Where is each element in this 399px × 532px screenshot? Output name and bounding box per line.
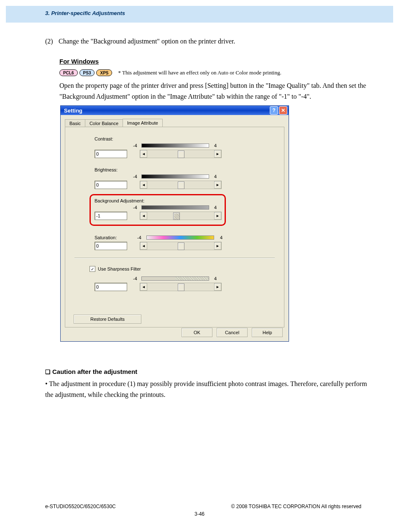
sharpness-checkbox[interactable]: ✓ bbox=[90, 266, 95, 272]
badge-ps3: PS3 bbox=[79, 69, 95, 76]
tab-image-attribute[interactable]: Image Attribute bbox=[123, 119, 163, 127]
sharpness-value-input[interactable]: 0 bbox=[95, 283, 127, 291]
tab-panel: Contrast: -4 4 0 ◄ ► Br bbox=[65, 127, 284, 327]
brightness-group: Brightness: -4 4 0 ◄ ► bbox=[95, 167, 253, 189]
scale-max: 4 bbox=[212, 174, 218, 179]
right-arrow-icon[interactable]: ► bbox=[214, 150, 221, 158]
saturation-label: Saturation: bbox=[95, 235, 132, 240]
footer-copyright: © 2008 TOSHIBA TEC CORPORATION All right… bbox=[231, 504, 361, 509]
brightness-value-input[interactable]: 0 bbox=[95, 181, 127, 189]
scale-min: -4 bbox=[132, 276, 138, 281]
setting-dialog: Setting ? ✕ Basic Color Balance Image At… bbox=[60, 105, 289, 342]
saturation-gradient-icon bbox=[146, 235, 214, 240]
ok-button[interactable]: OK bbox=[182, 328, 212, 337]
contrast-group: Contrast: -4 4 0 ◄ ► bbox=[95, 136, 253, 158]
scale-min: -4 bbox=[136, 235, 142, 240]
slider-thumb[interactable] bbox=[178, 182, 184, 189]
background-adjustment-group: Background Adjustment: -4 4 -1 ◄ ► bbox=[95, 198, 253, 220]
slider-thumb[interactable] bbox=[178, 151, 184, 158]
scale-max: 4 bbox=[218, 235, 224, 240]
left-arrow-icon[interactable]: ◄ bbox=[140, 150, 147, 158]
tab-strip: Basic Color Balance Image Attribute bbox=[61, 115, 289, 127]
brightness-label: Brightness: bbox=[95, 167, 253, 172]
square-bullet-icon: ❏ bbox=[45, 368, 51, 375]
saturation-group: Saturation: -4 4 0 ◄ ► bbox=[95, 235, 253, 250]
close-icon[interactable]: ✕ bbox=[279, 106, 287, 115]
badge-pcl6: PCL6 bbox=[59, 69, 78, 76]
background-gradient-icon bbox=[141, 205, 209, 210]
slider-thumb[interactable] bbox=[178, 284, 184, 291]
dialog-button-row: OK Cancel Help bbox=[182, 328, 283, 337]
contrast-value-input[interactable]: 0 bbox=[95, 150, 127, 158]
for-windows-heading: For Windows bbox=[59, 58, 99, 65]
sharpness-gradient-icon bbox=[141, 276, 209, 281]
dialog-title: Setting bbox=[64, 107, 269, 114]
scale-max: 4 bbox=[212, 205, 218, 210]
left-arrow-icon[interactable]: ◄ bbox=[140, 242, 147, 250]
background-slider[interactable]: ◄ ► bbox=[140, 212, 222, 220]
right-arrow-icon[interactable]: ► bbox=[214, 181, 221, 189]
step-2: (2) Change the "Background adjustment" o… bbox=[45, 36, 363, 47]
scale-max: 4 bbox=[212, 143, 218, 148]
caution-body: • The adjustment in procedure (1) may po… bbox=[45, 379, 367, 400]
divider bbox=[74, 258, 275, 258]
slider-thumb[interactable] bbox=[178, 243, 184, 250]
help-icon[interactable]: ? bbox=[270, 106, 278, 115]
contrast-label: Contrast: bbox=[95, 136, 253, 141]
step-text: Change the "Background adjustment" optio… bbox=[59, 38, 235, 45]
right-arrow-icon[interactable]: ► bbox=[214, 212, 221, 220]
scale-min: -4 bbox=[132, 143, 138, 148]
left-arrow-icon[interactable]: ◄ bbox=[140, 181, 147, 189]
left-arrow-icon[interactable]: ◄ bbox=[140, 212, 147, 220]
contrast-gradient-icon bbox=[141, 143, 209, 148]
right-arrow-icon[interactable]: ► bbox=[214, 283, 221, 291]
footer-model: e-STUDIO5520C/6520C/6530C bbox=[45, 504, 116, 509]
background-value-input[interactable]: -1 bbox=[95, 212, 127, 220]
badge-note: * This adjustment will have an effect on… bbox=[118, 69, 281, 76]
right-arrow-icon[interactable]: ► bbox=[214, 242, 221, 250]
section-title: 3. Printer-specific Adjustments bbox=[45, 10, 125, 16]
contrast-slider[interactable]: ◄ ► bbox=[140, 150, 222, 158]
sharpness-slider[interactable]: ◄ ► bbox=[140, 283, 222, 291]
step-number: (2) bbox=[45, 36, 57, 47]
sharpness-checkbox-row: ✓ Use Sharpness Filter bbox=[90, 266, 141, 272]
background-label: Background Adjustment: bbox=[95, 198, 253, 203]
footer-page-number: 3-46 bbox=[0, 511, 399, 517]
saturation-value-input[interactable]: 0 bbox=[95, 242, 127, 250]
sharpness-label: Use Sharpness Filter bbox=[98, 266, 141, 271]
scale-max: 4 bbox=[212, 276, 218, 281]
document-page: 3. Printer-specific Adjustments (2) Chan… bbox=[0, 0, 399, 532]
titlebar: Setting ? ✕ bbox=[61, 106, 289, 115]
left-arrow-icon[interactable]: ◄ bbox=[140, 283, 147, 291]
cancel-button[interactable]: Cancel bbox=[217, 328, 248, 337]
saturation-slider[interactable]: ◄ ► bbox=[140, 242, 222, 250]
brightness-slider[interactable]: ◄ ► bbox=[140, 181, 222, 189]
slider-thumb[interactable] bbox=[173, 212, 180, 220]
scale-min: -4 bbox=[132, 205, 138, 210]
instruction-paragraph: Open the property page of the printer dr… bbox=[59, 80, 369, 102]
tab-color-balance[interactable]: Color Balance bbox=[85, 119, 123, 128]
help-button[interactable]: Help bbox=[252, 328, 283, 337]
badge-xps: XPS bbox=[96, 69, 112, 76]
sharpness-group: -4 4 0 ◄ ► bbox=[95, 276, 253, 291]
caution-heading: ❏Caution after the adjustment bbox=[45, 368, 137, 375]
scale-min: -4 bbox=[132, 174, 138, 179]
restore-defaults-button[interactable]: Restore Defaults bbox=[74, 315, 141, 324]
tab-basic[interactable]: Basic bbox=[65, 119, 85, 128]
brightness-gradient-icon bbox=[141, 174, 209, 179]
badges-row: PCL6 PS3 XPS * This adjustment will have… bbox=[59, 69, 281, 76]
